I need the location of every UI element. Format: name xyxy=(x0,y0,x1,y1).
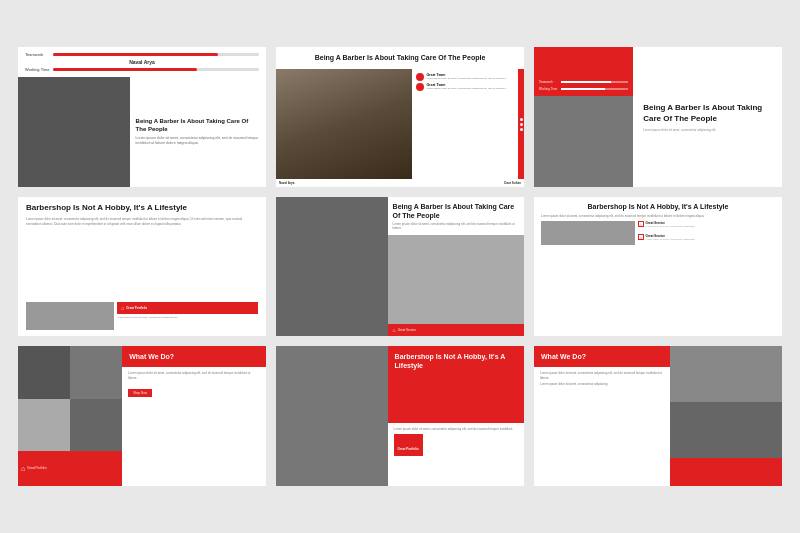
progress-section: Teamwork Working Time xyxy=(534,47,633,96)
portfolio-label: Great Portfolio xyxy=(126,306,147,310)
slide-content: Lorem ipsum dolor sit amet, consectetur … xyxy=(122,367,266,485)
home-icon: ⌂ xyxy=(121,305,124,311)
slide-title: Being A Barber Is About Taking Care Of T… xyxy=(136,118,260,134)
slide-title: Barbershop Is Not A Hobby, It's A Lifest… xyxy=(395,352,517,370)
portfolio-bar: ⌂ Great Portfolio xyxy=(18,451,122,486)
slide-title: Being A Barber Is About Taking Care Of T… xyxy=(284,53,516,62)
photo-1 xyxy=(18,346,70,398)
barber-photo xyxy=(26,302,114,330)
slide-body: Lorem ipsum dolor sit amet, consectetur … xyxy=(136,136,260,146)
person-names: Naval Arya Daut Sultan xyxy=(276,179,524,187)
slide-8: Barbershop Is Not A Hobby, It's A Lifest… xyxy=(276,346,524,486)
name-2: Daut Sultan xyxy=(504,181,521,185)
portfolio-info: ⌂ Great Portfolio Lorem ipsum dolor sit … xyxy=(117,302,258,330)
barber-photo xyxy=(541,221,635,245)
slide-3: Teamwork Working Time Being A Barber Is … xyxy=(534,47,782,187)
slide-header: What We Do? xyxy=(534,346,670,367)
slide-4: Barbershop Is Not A Hobby, It's A Lifest… xyxy=(18,197,266,337)
team-body-2: Lorem ipsum dolor sit amet, consectetur … xyxy=(426,87,506,90)
service-tag: ⌂ Great Service xyxy=(388,324,524,336)
slide-header: What We Do? xyxy=(122,346,266,367)
team-icon-1 xyxy=(416,73,424,81)
prog-label-1: Teamwork xyxy=(539,80,561,84)
progress-section: Teamwork Naval Arya Working Time xyxy=(18,47,266,77)
slide-title: Barbershop Is Not A Hobby, It's A Lifest… xyxy=(541,202,775,211)
barber-photo xyxy=(276,197,388,337)
slide-header: Barbershop Is Not A Hobby, It's A Lifest… xyxy=(388,346,524,423)
slide-7: ⌂ Great Portfolio What We Do? Lorem ipsu… xyxy=(18,346,266,486)
tools-photo xyxy=(276,346,388,486)
slide-title: What We Do? xyxy=(129,352,259,361)
team-info: Great Team Lorem ipsum dolor sit amet, c… xyxy=(412,69,524,178)
team-icon-2 xyxy=(416,83,424,91)
slide-6: Barbershop Is Not A Hobby, It's A Lifest… xyxy=(534,197,782,337)
slide-body: Lorem ipsum dolor sit amet, consectetur … xyxy=(128,371,260,380)
slide-body-2: Lorem ipsum dolor sit amet, consectetur … xyxy=(540,382,664,387)
person-photo xyxy=(534,96,633,187)
slide-content: Being A Barber Is About Taking Care Of T… xyxy=(633,47,782,187)
photo-4 xyxy=(70,399,122,451)
slide-content: Lorem ipsum dolor sit amet, consectetur … xyxy=(534,367,670,485)
prog-label-2: Working Time xyxy=(539,87,561,91)
slide-content: Being A Barber Is About Taking Care Of T… xyxy=(130,77,266,187)
person-photo xyxy=(18,77,130,187)
portfolio-label: Great Portfolio xyxy=(398,447,419,451)
photo-grid xyxy=(18,346,122,451)
slide-9: What We Do? Lorem ipsum dolor sit amet, … xyxy=(534,346,782,486)
progress-label-2: Working Time xyxy=(25,67,53,72)
red-strip xyxy=(670,458,782,486)
name-1: Naval Arya xyxy=(279,181,294,185)
slide-title: Being A Barber Is About Taking Care Of T… xyxy=(393,202,519,220)
team-body-1: Lorem ipsum dolor sit amet, consectetur … xyxy=(426,77,506,80)
portfolio-label: Great Portfolio xyxy=(27,466,46,470)
service-icon-1: ⌂ xyxy=(638,221,644,227)
progress-label-1: Teamwork xyxy=(25,52,53,57)
photo-3 xyxy=(18,399,70,451)
photo-column xyxy=(670,346,782,486)
slide-1: Teamwork Naval Arya Working Time Being A… xyxy=(18,47,266,187)
main-photo xyxy=(276,69,412,178)
slide-grid: Teamwork Naval Arya Working Time Being A… xyxy=(18,47,782,486)
service-icon-2: ⌂ xyxy=(638,234,644,240)
slide-body: Lorem ipsum dolor sit amet, consectetur … xyxy=(541,214,775,219)
person-name: Naval Arya xyxy=(25,59,259,65)
slide-body: Lorem ipsum dolor sit amet, consectetur … xyxy=(393,222,519,230)
slide-body: Lorem ipsum dolor sit amet, consectetur … xyxy=(394,427,518,432)
photo-1 xyxy=(670,346,782,402)
home-icon: ⌂ xyxy=(393,327,396,333)
service-label: Great Service xyxy=(398,328,416,332)
slide-title: Being A Barber Is About Taking Care Of T… xyxy=(643,102,772,124)
shop-now-button[interactable]: Shop Now xyxy=(128,389,152,397)
photo-2 xyxy=(70,346,122,398)
photo-2 xyxy=(670,402,782,458)
home-icon: ⌂ xyxy=(21,465,25,472)
slide-title: What We Do? xyxy=(541,352,663,361)
accent-bar xyxy=(518,69,524,178)
service-body-2: Lorem dolor sit amet, consectetur adipis… xyxy=(646,238,696,242)
slide-content: Being A Barber Is About Taking Care Of T… xyxy=(388,197,524,236)
slide-2: Being A Barber Is About Taking Care Of T… xyxy=(276,47,524,187)
slide-body: Lorem ipsum dolor sit amet, consectetur … xyxy=(540,371,664,380)
slide-title: Barbershop Is Not A Hobby, It's A Lifest… xyxy=(26,203,258,213)
service-body-1: Lorem dolor sit amet, consectetur adipis… xyxy=(646,225,696,229)
services-list: ⌂ Great Service Lorem dolor sit amet, co… xyxy=(638,221,775,245)
slide-body: Lorem ipsum dolor sit amet, consectetur … xyxy=(643,128,772,132)
slide-5: Being A Barber Is About Taking Care Of T… xyxy=(276,197,524,337)
portfolio-body: Lorem ipsum dolor sit amet, consectetur … xyxy=(117,316,258,320)
slide-header: Being A Barber Is About Taking Care Of T… xyxy=(276,47,524,69)
slide-content: Lorem ipsum dolor sit amet, consectetur … xyxy=(388,423,524,486)
slide-body: Lorem ipsum dolor sit amet, consectetur … xyxy=(26,217,258,226)
barber-cut-photo xyxy=(388,235,524,324)
portfolio-tag: Great Portfolio xyxy=(394,434,423,456)
